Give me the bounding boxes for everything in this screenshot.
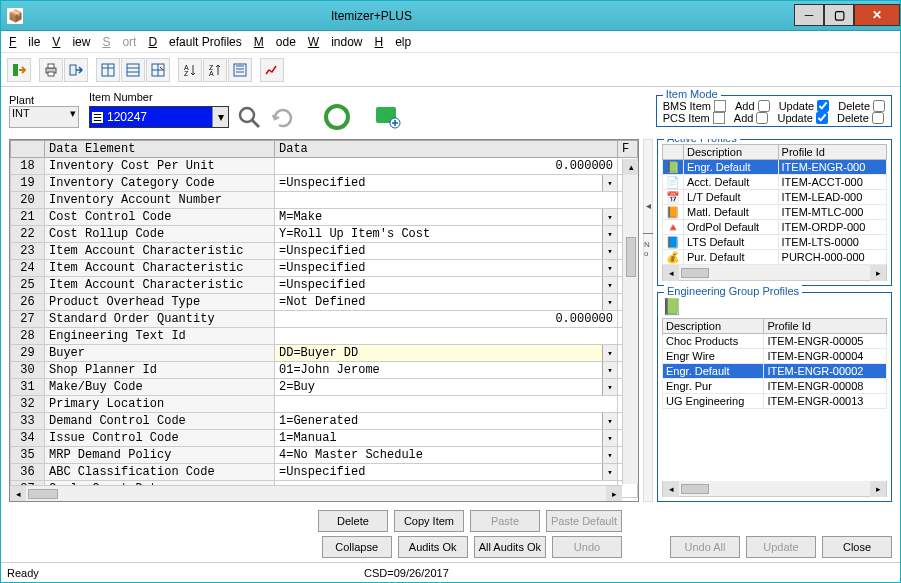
- grid-row[interactable]: 35MRP Demand Policy4=No Master Schedule▾: [11, 447, 638, 464]
- grid-row[interactable]: 18Inventory Cost Per Unit0.000000: [11, 158, 638, 175]
- chevron-down-icon[interactable]: ▾: [602, 294, 617, 310]
- ep-hscroll[interactable]: ◂ ▸: [662, 481, 887, 497]
- collapse-button[interactable]: Collapse: [322, 536, 392, 558]
- profile-row[interactable]: 📗Engr. DefaultITEM-ENGR-000: [663, 160, 887, 175]
- ep-col-pid[interactable]: Profile Id: [764, 319, 887, 334]
- profile-row[interactable]: 📘LTS DefaultITEM-LTS-0000: [663, 235, 887, 250]
- chevron-down-icon[interactable]: ▾: [602, 362, 617, 378]
- grid-row[interactable]: 26Product Overhead Type =Not Defined▾: [11, 294, 638, 311]
- profile-row[interactable]: 📙Matl. DefaultITEM-MTLC-000: [663, 205, 887, 220]
- ap-col-desc[interactable]: Description: [684, 145, 779, 160]
- row-data[interactable]: =Unspecified▾: [275, 260, 618, 277]
- data-grid[interactable]: Data Element Data F 18Inventory Cost Per…: [9, 139, 639, 502]
- grid-row[interactable]: 32Primary Location: [11, 396, 638, 413]
- undo-button[interactable]: Undo: [552, 536, 622, 558]
- grid-row[interactable]: 27Standard Order Quantity0.000000: [11, 311, 638, 328]
- grid-row[interactable]: 29BuyerDD=Buyer DD▾: [11, 345, 638, 362]
- row-data[interactable]: Y=Roll Up Item's Cost▾: [275, 226, 618, 243]
- grid-row[interactable]: 34Issue Control Code1=Manual▾: [11, 430, 638, 447]
- profile-row[interactable]: 🔺OrdPol DefaultITEM-ORDP-000: [663, 220, 887, 235]
- grid-hscroll[interactable]: ◂ ▸: [10, 485, 622, 501]
- add-checkbox[interactable]: [758, 100, 770, 112]
- grid-vscroll[interactable]: ▴: [622, 159, 638, 484]
- chevron-down-icon[interactable]: ▾: [602, 243, 617, 259]
- all-audits-ok-button[interactable]: All Audits Ok: [474, 536, 546, 558]
- profile-row[interactable]: Engr WireITEM-ENGR-00004: [663, 349, 887, 364]
- row-data[interactable]: =Unspecified▾: [275, 175, 618, 192]
- chevron-down-icon[interactable]: ▾: [602, 345, 617, 361]
- grid-row[interactable]: 20Inventory Account Number: [11, 192, 638, 209]
- chevron-down-icon[interactable]: ▾: [602, 413, 617, 429]
- active-profiles-table[interactable]: Description Profile Id 📗Engr. DefaultITE…: [662, 144, 887, 265]
- update-button[interactable]: Update: [746, 536, 816, 558]
- grid-row[interactable]: 31Make/Buy Code2=Buy▾: [11, 379, 638, 396]
- grid1-icon[interactable]: [96, 58, 120, 82]
- update-checkbox[interactable]: [816, 112, 828, 124]
- sort-desc-icon[interactable]: ZA: [203, 58, 227, 82]
- chevron-down-icon[interactable]: ▾: [602, 379, 617, 395]
- menu-mode[interactable]: Mode: [254, 35, 296, 49]
- profile-row[interactable]: 📄Acct. DefaultITEM-ACCT-000: [663, 175, 887, 190]
- col-header-de[interactable]: Data Element: [45, 141, 275, 158]
- profile-row[interactable]: Choc ProductsITEM-ENGR-00005: [663, 334, 887, 349]
- menu-window[interactable]: Window: [308, 35, 363, 49]
- row-data[interactable]: 0.000000: [275, 158, 618, 175]
- row-data[interactable]: =Unspecified▾: [275, 464, 618, 481]
- window-close-button[interactable]: ✕: [854, 4, 900, 26]
- row-data[interactable]: =Not Defined▾: [275, 294, 618, 311]
- exit-icon[interactable]: [7, 58, 31, 82]
- refresh-icon[interactable]: [323, 103, 351, 131]
- delete-checkbox[interactable]: [873, 100, 885, 112]
- chevron-down-icon[interactable]: ▾: [602, 260, 617, 276]
- row-data[interactable]: [275, 396, 618, 413]
- window-minimize-button[interactable]: ─: [794, 4, 824, 26]
- col-header-f[interactable]: F: [618, 141, 638, 158]
- paste-button[interactable]: Paste: [470, 510, 540, 532]
- grid-row[interactable]: 36ABC Classification Code =Unspecified▾: [11, 464, 638, 481]
- chevron-down-icon[interactable]: ▾: [602, 226, 617, 242]
- search-icon[interactable]: [235, 103, 263, 131]
- menu-view[interactable]: View: [52, 35, 90, 49]
- chevron-down-icon[interactable]: ▾: [212, 107, 228, 127]
- grid-row[interactable]: 22Cost Rollup CodeY=Roll Up Item's Cost▾: [11, 226, 638, 243]
- item-number-combo[interactable]: ☰ 120247 ▾: [89, 106, 229, 128]
- audits-ok-button[interactable]: Audits Ok: [398, 536, 468, 558]
- grid-row[interactable]: 19Inventory Category Code =Unspecified▾: [11, 175, 638, 192]
- menu-file[interactable]: File: [9, 35, 40, 49]
- profile-row[interactable]: UG EngineeringITEM-ENGR-00013: [663, 394, 887, 409]
- row-data[interactable]: 4=No Master Schedule▾: [275, 447, 618, 464]
- undo-icon[interactable]: [269, 103, 297, 131]
- chevron-down-icon[interactable]: ▾: [602, 209, 617, 225]
- delete-checkbox[interactable]: [872, 112, 884, 124]
- chart-icon[interactable]: [260, 58, 284, 82]
- update-checkbox[interactable]: [817, 100, 829, 112]
- row-data[interactable]: [275, 328, 618, 345]
- grid-row[interactable]: 28Engineering Text Id: [11, 328, 638, 345]
- row-data[interactable]: 2=Buy▾: [275, 379, 618, 396]
- grid2-icon[interactable]: [121, 58, 145, 82]
- export-icon[interactable]: [64, 58, 88, 82]
- plant-select[interactable]: INT ▾: [9, 106, 79, 128]
- chevron-down-icon[interactable]: ▾: [602, 464, 617, 480]
- window-maximize-button[interactable]: ▢: [824, 4, 854, 26]
- row-data[interactable]: 0.000000: [275, 311, 618, 328]
- grid-row[interactable]: 25Item Account Characteristic =Unspecifi…: [11, 277, 638, 294]
- col-header-data[interactable]: Data: [275, 141, 618, 158]
- grid-row[interactable]: 33Demand Control Code1=Generated▾: [11, 413, 638, 430]
- grid-row[interactable]: 24Item Account Characteristic =Unspecifi…: [11, 260, 638, 277]
- profile-row[interactable]: Engr. PurITEM-ENGR-00008: [663, 379, 887, 394]
- grid-row[interactable]: 21Cost Control CodeM=Make▾: [11, 209, 638, 226]
- paste-default-button[interactable]: Paste Default: [546, 510, 622, 532]
- grid-row[interactable]: 30Shop Planner Id01=John Jerome▾: [11, 362, 638, 379]
- menu-sort[interactable]: Sort: [102, 35, 136, 49]
- chevron-down-icon[interactable]: ▾: [602, 277, 617, 293]
- menu-default-profiles[interactable]: Default Profiles: [148, 35, 241, 49]
- add-checkbox[interactable]: [756, 112, 768, 124]
- grid3-icon[interactable]: [146, 58, 170, 82]
- row-data[interactable]: DD=Buyer DD▾: [275, 345, 618, 362]
- row-data[interactable]: =Unspecified▾: [275, 243, 618, 260]
- ap-hscroll[interactable]: ◂ ▸: [662, 265, 887, 281]
- delete-button[interactable]: Delete: [318, 510, 388, 532]
- chevron-down-icon[interactable]: ▾: [602, 447, 617, 463]
- grid-row[interactable]: 23Item Account Characteristic =Unspecifi…: [11, 243, 638, 260]
